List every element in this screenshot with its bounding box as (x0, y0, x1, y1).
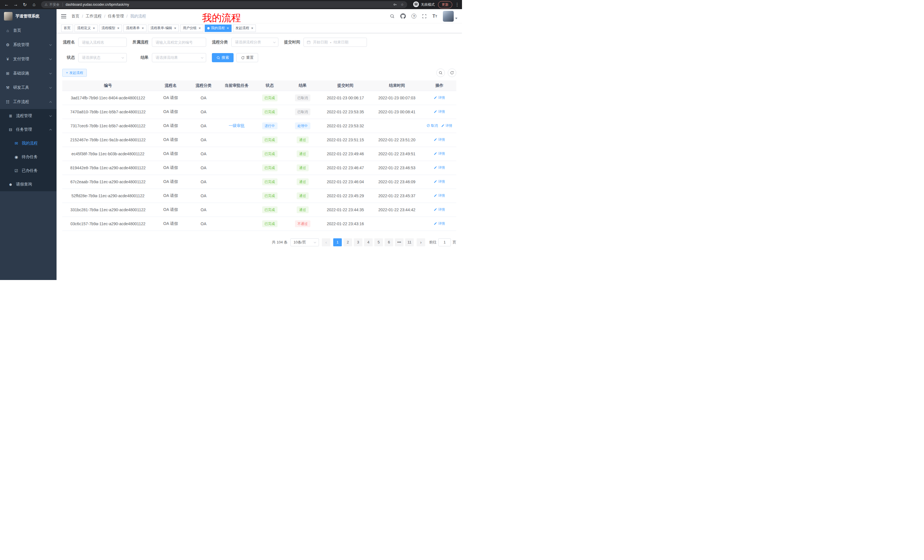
fullscreen-icon[interactable] (422, 14, 427, 18)
cell-submit-time: 2022-01-22 23:51:15 (320, 133, 371, 147)
page-button[interactable]: 1 (333, 238, 342, 246)
breadcrumb-item[interactable]: 工作流程 (86, 14, 102, 19)
cell-status: 已完成 (254, 203, 286, 217)
cancel-button[interactable]: 取消 (427, 123, 438, 128)
sidebar-item-leave-query[interactable]: ☻请假查询 (0, 178, 57, 191)
tab-user-group[interactable]: 用户分组× (180, 24, 203, 32)
browser-reload-icon[interactable]: ↻ (21, 1, 29, 9)
start-process-button[interactable]: + 发起流程 (62, 69, 87, 77)
detail-button[interactable]: 详情 (434, 193, 445, 198)
detail-button[interactable]: 详情 (434, 165, 445, 170)
tab-close-icon[interactable]: × (198, 26, 201, 30)
sidebar-item-infrastructure[interactable]: ⊞基础设施 (0, 66, 57, 81)
current-task-link[interactable]: 一级审批 (229, 123, 245, 128)
cell-id: 67c2eaab-7b9a-11ec-a290-acde48001122 (62, 175, 154, 189)
tab-process-definition[interactable]: 流程定义× (75, 24, 98, 32)
tab-close-icon[interactable]: × (142, 26, 144, 30)
cell-current-task (220, 189, 254, 203)
detail-button[interactable]: 详情 (434, 151, 445, 156)
github-icon[interactable] (400, 13, 406, 19)
tab-close-icon[interactable]: × (117, 26, 120, 30)
update-button[interactable]: 更新 (438, 1, 452, 8)
page-button[interactable]: 5 (374, 238, 383, 246)
task-management-icon: ⊟ (8, 127, 13, 132)
sidebar-item-workflow[interactable]: ☷工作流程 (0, 95, 57, 109)
prev-page-button[interactable]: ‹ (322, 238, 330, 246)
status-badge: 已完成 (262, 192, 278, 199)
help-icon[interactable]: ? (411, 14, 416, 18)
tab-close-icon[interactable]: × (93, 26, 95, 30)
tab-process-form[interactable]: 流程表单× (123, 24, 147, 32)
browser-menu-icon[interactable]: ⋮ (454, 1, 460, 9)
security-label[interactable]: 不安全 (50, 2, 60, 7)
app-logo[interactable]: 芋道管理系统 (0, 9, 57, 23)
tab-close-icon[interactable]: × (174, 26, 177, 30)
url-text[interactable]: dashboard.yudao.iocoder.cn/bpm/task/my (66, 3, 129, 7)
search-toggle-button[interactable] (436, 69, 445, 77)
refresh-button[interactable] (448, 69, 456, 77)
process-name-input[interactable] (78, 38, 127, 47)
password-key-icon[interactable] (393, 3, 397, 7)
page-button[interactable]: 2 (344, 238, 352, 246)
status-select[interactable]: 请选择状态 (78, 53, 127, 62)
goto-page-input[interactable] (438, 238, 451, 246)
sidebar-item-system-management[interactable]: ⚙系统管理 (0, 38, 57, 52)
detail-button[interactable]: 详情 (434, 179, 445, 184)
page-button[interactable]: 3 (354, 238, 362, 246)
cell-submit-time: 2022-01-22 23:43:16 (320, 217, 371, 231)
tab-process-form-edit[interactable]: 流程表单-编辑× (148, 24, 179, 32)
breadcrumb-item[interactable]: 任务管理 (108, 14, 124, 19)
address-bar[interactable]: ⚠ 不安全 dashboard.yudao.iocoder.cn/bpm/tas… (41, 1, 407, 8)
owner-process-input[interactable] (152, 38, 206, 47)
breadcrumb-separator: / (82, 14, 83, 18)
sidebar-item-task-management[interactable]: ⊟任务管理 (0, 123, 57, 136)
browser-back-icon[interactable]: ← (2, 1, 11, 9)
detail-button[interactable]: 详情 (434, 95, 445, 100)
result-badge: 通过 (297, 136, 309, 143)
detail-button[interactable]: 详情 (434, 109, 445, 114)
search-button[interactable]: 搜索 (212, 53, 234, 62)
end-date-placeholder[interactable]: 结束日期 (333, 40, 348, 45)
detail-button[interactable]: 详情 (434, 137, 445, 142)
detail-button[interactable]: 详情 (434, 207, 445, 212)
cell-process-name: OA 请假 (154, 119, 188, 133)
detail-button[interactable]: 详情 (434, 221, 445, 226)
result-select[interactable]: 请选择流结果 (152, 53, 206, 62)
tab-close-icon[interactable]: × (227, 26, 229, 30)
sidebar-item-payment-management[interactable]: ¥支付管理 (0, 52, 57, 66)
sidebar-item-process-management[interactable]: ≣流程管理 (0, 109, 57, 123)
start-date-placeholder[interactable]: 开始日期 (313, 40, 328, 45)
sidebar-item-my-process[interactable]: ✉我的流程 (0, 136, 57, 150)
breadcrumb-item[interactable]: 首页 (71, 14, 80, 19)
reset-button[interactable]: 重置 (236, 53, 258, 62)
detail-button[interactable]: 详情 (441, 123, 452, 128)
browser-home-icon[interactable]: ⌂ (30, 1, 38, 9)
sidebar-item-devtools[interactable]: ⚒研发工具 (0, 81, 57, 95)
tab-start-process[interactable]: 发起流程× (233, 24, 256, 32)
user-avatar[interactable] (443, 11, 458, 22)
page-size-select[interactable]: 10条/页 (290, 238, 319, 246)
tab-label: 用户分组 (183, 26, 196, 30)
tab-close-icon[interactable]: × (251, 26, 254, 30)
browser-forward-icon[interactable]: → (11, 1, 20, 9)
tab-process-model[interactable]: 流程模型× (99, 24, 122, 32)
tab-home[interactable]: 首页 (61, 24, 73, 32)
sidebar-item-done-tasks[interactable]: ☑已办任务 (0, 164, 57, 178)
submit-time-range-picker[interactable]: 开始日期 - 结束日期 (303, 38, 367, 47)
tab-my-process[interactable]: 我的流程× (205, 24, 232, 32)
pager-more[interactable]: ••• (395, 238, 404, 246)
font-size-icon[interactable]: TT (432, 14, 437, 19)
page-button[interactable]: 6 (385, 238, 393, 246)
cell-current-task: 一级审批 (220, 119, 254, 133)
page-button[interactable]: 11 (405, 238, 414, 246)
next-page-button[interactable]: › (417, 238, 425, 246)
page-button[interactable]: 4 (364, 238, 373, 246)
bookmark-star-icon[interactable]: ☆ (400, 3, 404, 7)
sidebar-item-todo-tasks[interactable]: ◉待办任务 (0, 150, 57, 164)
sidebar-item-home[interactable]: ⌂首页 (0, 23, 57, 38)
sidebar-toggle-icon[interactable] (61, 14, 66, 18)
cell-result: 通过 (285, 147, 320, 161)
category-select[interactable]: 请选择流程分类 (231, 38, 278, 47)
search-icon[interactable] (390, 14, 394, 18)
cell-status: 已完成 (254, 175, 286, 189)
